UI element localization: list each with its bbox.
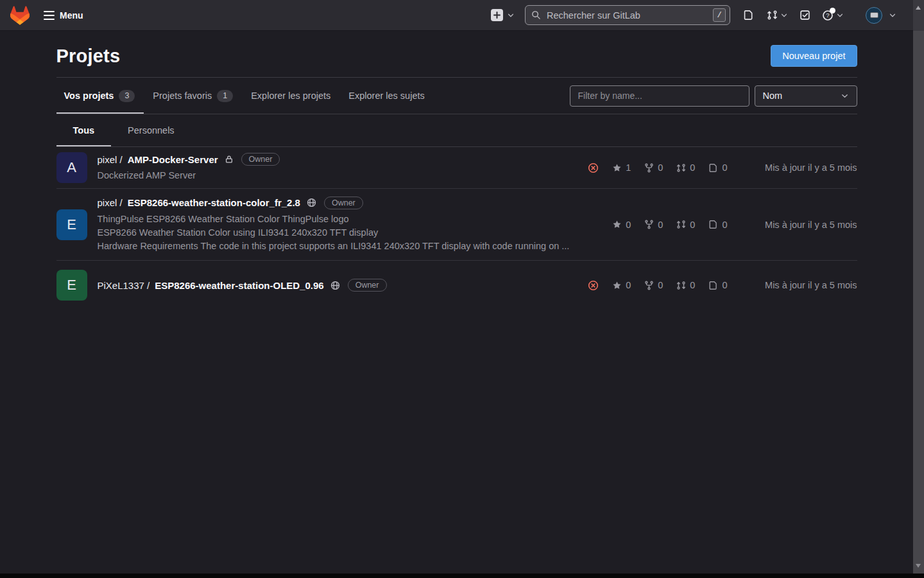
globe-icon bbox=[330, 281, 340, 290]
role-badge: Owner bbox=[241, 153, 280, 166]
new-project-button[interactable]: Nouveau projet bbox=[771, 45, 857, 67]
tab-explorer-sujets[interactable]: Explorer les sujets bbox=[339, 78, 433, 114]
help-icon: ? bbox=[822, 10, 834, 21]
updated-timestamp: Mis à jour il y a 5 mois bbox=[753, 162, 857, 173]
filter-by-name-input[interactable] bbox=[570, 85, 749, 107]
bottom-strip bbox=[0, 574, 924, 578]
issues-stat[interactable]: 0 bbox=[708, 220, 727, 230]
project-name: ESP8266-weather-station-color_fr_2.8 bbox=[128, 197, 300, 208]
search-icon bbox=[531, 10, 541, 20]
sort-dropdown[interactable]: Nom bbox=[755, 85, 857, 107]
stars-stat[interactable]: 1 bbox=[612, 162, 631, 173]
merge-request-icon bbox=[767, 10, 778, 21]
tab-label: Projets favoris bbox=[153, 91, 212, 101]
chevron-down-icon bbox=[889, 12, 896, 19]
chevron-down-icon bbox=[780, 12, 788, 19]
issues-stat[interactable]: 0 bbox=[708, 162, 727, 173]
gitlab-logo[interactable] bbox=[10, 6, 30, 25]
project-description: Hardware Requirements The code in this p… bbox=[98, 240, 570, 253]
project-title-link[interactable]: pixel / AMP-Docker-Server Owner bbox=[98, 153, 280, 166]
tab-label: Explorer les projets bbox=[251, 91, 330, 101]
project-avatar[interactable]: E bbox=[56, 270, 87, 301]
stars-stat[interactable]: 0 bbox=[612, 280, 631, 290]
project-namespace: pixel / bbox=[98, 154, 123, 165]
sort-selected-label: Nom bbox=[763, 91, 783, 101]
globe-icon bbox=[307, 198, 316, 207]
project-avatar[interactable]: E bbox=[56, 209, 87, 240]
tab-label: Vos projets bbox=[64, 91, 114, 101]
user-menu-button[interactable] bbox=[866, 7, 896, 24]
merge-requests-stat[interactable]: 0 bbox=[676, 280, 695, 290]
project-title-link[interactable]: pixel / ESP8266-weather-station-color_fr… bbox=[98, 197, 570, 209]
forks-stat[interactable]: 0 bbox=[644, 220, 663, 230]
issues-stat[interactable]: 0 bbox=[708, 280, 727, 290]
top-navbar: Menu / bbox=[0, 0, 913, 31]
project-name: AMP-Docker-Server bbox=[128, 154, 218, 165]
page-header: Projets Nouveau projet bbox=[56, 31, 857, 78]
global-search[interactable]: / bbox=[525, 5, 730, 25]
hamburger-icon bbox=[44, 11, 55, 20]
subtab-tous[interactable]: Tous bbox=[56, 114, 112, 146]
merge-requests-nav-button[interactable] bbox=[767, 10, 788, 21]
menu-label: Menu bbox=[60, 10, 83, 21]
search-shortcut-badge: / bbox=[713, 8, 726, 22]
stars-stat[interactable]: 0 bbox=[612, 220, 631, 230]
project-namespace: pixel / bbox=[98, 197, 123, 208]
project-description: Dockerized AMP Server bbox=[98, 169, 280, 182]
menu-button[interactable]: Menu bbox=[44, 10, 83, 21]
user-avatar bbox=[866, 7, 882, 24]
tab-projets-favoris[interactable]: Projets favoris 1 bbox=[144, 78, 242, 114]
scope-subtabs: Tous Personnels bbox=[56, 114, 857, 147]
chevron-down-icon bbox=[507, 12, 515, 19]
projects-tabs: Vos projets 3 Projets favoris 1 Explorer… bbox=[56, 78, 857, 114]
search-input[interactable] bbox=[545, 10, 708, 21]
forks-stat[interactable]: 0 bbox=[644, 280, 663, 290]
tab-explorer-projets[interactable]: Explorer les projets bbox=[242, 78, 339, 114]
role-badge: Owner bbox=[324, 197, 363, 209]
notification-dot bbox=[830, 8, 835, 13]
gitlab-tanuki-icon bbox=[10, 6, 30, 25]
projects-list: A pixel / AMP-Docker-Server Owner Docker… bbox=[56, 147, 857, 310]
project-description: ThingPulse ESP8266 Weather Station Color… bbox=[98, 213, 570, 226]
todos-nav-button[interactable] bbox=[800, 10, 810, 21]
project-avatar[interactable]: A bbox=[56, 152, 87, 183]
issues-nav-button[interactable] bbox=[743, 10, 754, 21]
role-badge: Owner bbox=[348, 279, 387, 292]
pipeline-failed-icon[interactable] bbox=[588, 162, 599, 173]
tab-count-badge: 1 bbox=[217, 90, 233, 102]
project-namespace: PiXeL1337 / bbox=[98, 280, 150, 291]
chevron-down-icon bbox=[836, 12, 844, 19]
page-title: Projets bbox=[56, 46, 121, 67]
new-menu-button[interactable] bbox=[491, 9, 515, 21]
help-nav-button[interactable]: ? bbox=[822, 10, 844, 21]
scrollbar-up-icon[interactable] bbox=[916, 6, 921, 10]
svg-text:?: ? bbox=[826, 12, 829, 19]
project-row: E PiXeL1337 / ESP8266-weather-station-OL… bbox=[56, 261, 857, 310]
pipeline-failed-icon[interactable] bbox=[588, 280, 599, 291]
tab-count-badge: 3 bbox=[119, 90, 135, 102]
lock-icon bbox=[225, 155, 234, 164]
tab-vos-projets[interactable]: Vos projets 3 bbox=[56, 78, 144, 114]
subtab-personnels[interactable]: Personnels bbox=[111, 114, 191, 146]
gitlab-window: Menu / bbox=[0, 0, 913, 310]
scrollbar-down-icon[interactable] bbox=[916, 564, 921, 568]
issues-icon bbox=[743, 10, 754, 21]
project-row: E pixel / ESP8266-weather-station-color_… bbox=[56, 189, 857, 261]
updated-timestamp: Mis à jour il y a 5 mois bbox=[753, 220, 857, 230]
chevron-down-icon bbox=[841, 92, 849, 100]
project-title-link[interactable]: PiXeL1337 / ESP8266-weather-station-OLED… bbox=[98, 279, 387, 292]
updated-timestamp: Mis à jour il y a 5 mois bbox=[753, 280, 857, 290]
merge-requests-stat[interactable]: 0 bbox=[676, 162, 695, 173]
project-row: A pixel / AMP-Docker-Server Owner Docker… bbox=[56, 147, 857, 189]
project-description: ESP8266 Weather Station Color using ILI9… bbox=[98, 226, 570, 240]
tab-label: Explorer les sujets bbox=[348, 91, 424, 101]
project-name: ESP8266-weather-station-OLED_0.96 bbox=[155, 280, 323, 291]
forks-stat[interactable]: 0 bbox=[644, 162, 663, 173]
todo-check-icon bbox=[800, 10, 810, 21]
merge-requests-stat[interactable]: 0 bbox=[676, 220, 695, 230]
plus-icon bbox=[491, 9, 503, 21]
page-scrollbar[interactable] bbox=[913, 0, 924, 574]
